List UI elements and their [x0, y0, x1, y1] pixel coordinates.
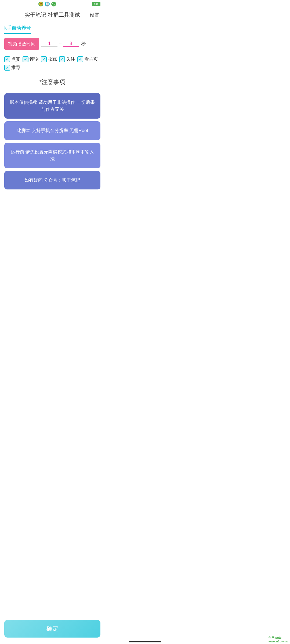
video-time-section: 视频播放时间 -- 秒 — [0, 38, 105, 50]
time-input-min[interactable] — [41, 41, 57, 47]
time-input-group: -- 秒 — [41, 41, 100, 47]
tab-section: k手自动养号 — [0, 22, 105, 34]
checkbox-like-box[interactable] — [4, 56, 10, 62]
notice-card-3: 运行前 请先设置无障碍模式和本脚本输入法 — [4, 143, 100, 168]
checkbox-like[interactable]: 点赞 — [4, 56, 20, 62]
status-bar: 😊 🔄 🛡 100 — [0, 0, 105, 8]
checkboxes-row: 点赞 评论 收藏 关注 看主页 推荐 — [0, 54, 105, 73]
notice-section: *注意事项 — [0, 73, 105, 89]
checkbox-comment[interactable]: 评论 — [23, 56, 39, 62]
time-input-max[interactable] — [63, 41, 79, 47]
notice-title: *注意事项 — [39, 79, 66, 85]
checkbox-like-label: 点赞 — [11, 56, 20, 62]
tab-label[interactable]: k手自动养号 — [4, 25, 31, 34]
checkbox-recommend-label: 推荐 — [11, 64, 20, 71]
smiley-icon: 😊 — [38, 2, 43, 6]
checkbox-collect[interactable]: 收藏 — [41, 56, 57, 62]
time-unit: 秒 — [81, 41, 86, 47]
status-icons: 😊 🔄 🛡 — [4, 2, 90, 6]
checkbox-recommend[interactable]: 推荐 — [4, 64, 20, 71]
settings-button[interactable]: 设置 — [90, 12, 99, 18]
checkbox-homepage-label: 看主页 — [84, 56, 98, 62]
checkbox-comment-box[interactable] — [23, 56, 28, 62]
shield-icon: 🛡 — [51, 2, 56, 6]
checkbox-follow-box[interactable] — [59, 56, 65, 62]
refresh-icon: 🔄 — [45, 2, 50, 6]
notice-card-2: 此脚本 支持手机全分辨率 无需Root — [4, 121, 100, 140]
app-title: 实干笔记 社群工具测试 — [25, 11, 80, 19]
notice-cards: 脚本仅供揭秘,请勿用于非法操作 一切后果与作者无关 此脚本 支持手机全分辨率 无… — [0, 89, 105, 194]
checkbox-homepage[interactable]: 看主页 — [77, 56, 98, 62]
checkbox-comment-label: 评论 — [30, 56, 39, 62]
checkbox-follow[interactable]: 关注 — [59, 56, 75, 62]
notice-card-1: 脚本仅供揭秘,请勿用于非法操作 一切后果与作者无关 — [4, 93, 100, 119]
checkbox-follow-label: 关注 — [66, 56, 75, 62]
notice-card-4: 如有疑问 公众号：实干笔记 — [4, 171, 100, 190]
checkbox-homepage-box[interactable] — [77, 56, 83, 62]
checkbox-collect-box[interactable] — [41, 56, 47, 62]
header: 实干笔记 社群工具测试 设置 — [0, 8, 105, 22]
time-separator: -- — [59, 41, 62, 47]
battery-icon: 100 — [92, 2, 100, 6]
video-time-label: 视频播放时间 — [4, 38, 39, 50]
checkbox-recommend-box[interactable] — [4, 65, 10, 71]
checkbox-collect-label: 收藏 — [48, 56, 57, 62]
